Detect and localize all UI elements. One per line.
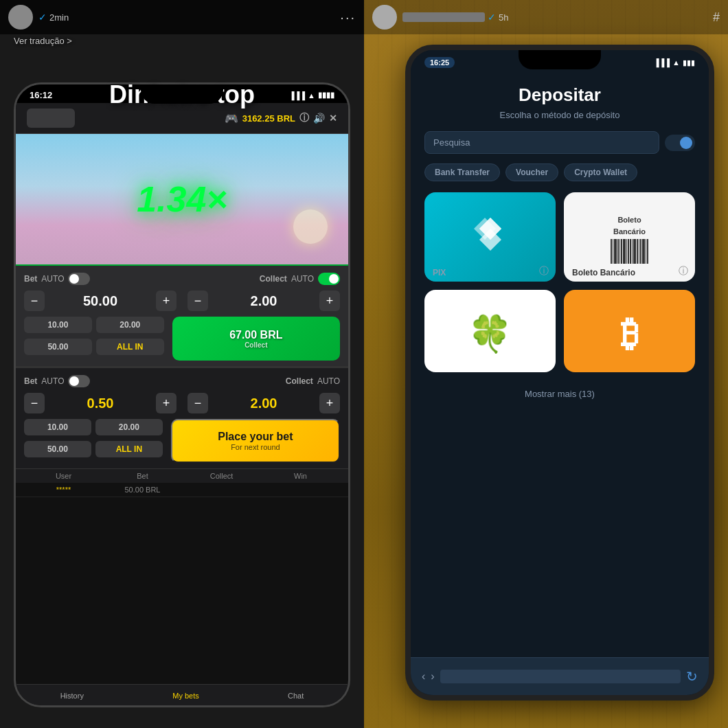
cell-win-1 [261, 486, 340, 494]
bitcoin-icon: ₿ [621, 313, 639, 354]
collect-amount-row-2: − 2.00 + [187, 393, 340, 413]
refresh-icon[interactable]: ↻ [686, 668, 698, 685]
search-toggle[interactable] [665, 135, 695, 151]
left-arrow-icon[interactable]: ‹ [422, 670, 425, 683]
collect-auto-toggle-1: Collect AUTO [260, 273, 340, 285]
left-social-bar: ✓ 2min ··· [0, 0, 364, 34]
right-signal-icon: ▐▐▐ [654, 58, 670, 67]
toggle-knob-1 [69, 274, 79, 284]
right-status-time: 16:25 [424, 57, 455, 68]
collect-button-1[interactable]: 67.00 BRL Collect [172, 317, 340, 361]
left-avatar [8, 5, 33, 30]
place-bet-button[interactable]: Place your bet For next round [171, 419, 340, 463]
b7 [623, 239, 626, 264]
right-verified-icon: ✓ [488, 12, 496, 23]
right-wifi-icon: ▲ [672, 58, 680, 67]
collect-toggle-knob-1 [329, 274, 339, 284]
toggle-knob-2 [69, 376, 79, 386]
right-panel: ✓ 5h # 16:25 ▐▐▐ ▲ ▮▮▮ Depositar Escolha… [364, 0, 728, 728]
bet-minus-btn-1[interactable]: − [24, 291, 45, 311]
bet-plus-btn-2[interactable]: + [156, 393, 177, 413]
left-panel: ✓ 2min ··· Ver tradução > Dinheiro top 1… [0, 0, 364, 728]
all-in-btn-1[interactable]: ALL IN [96, 339, 164, 355]
search-input[interactable]: Pesquisa [424, 131, 659, 154]
bet-label-1: Bet [24, 274, 37, 284]
quick-bet-20-1[interactable]: 20.00 [96, 317, 164, 333]
right-username-blur [402, 12, 485, 22]
more-options-icon[interactable]: ··· [340, 10, 356, 25]
barcode-lines [611, 239, 648, 264]
quick-bet-50-2[interactable]: 50.00 [24, 441, 91, 457]
boleto-visual: Boleto Bancário [611, 216, 648, 264]
auto-toggle-switch-1[interactable] [68, 273, 90, 285]
bet-label-2: Bet [24, 376, 37, 386]
right-arrow-icon[interactable]: › [431, 670, 434, 683]
left-post-time: 2min [49, 12, 69, 23]
bitcoin-card[interactable]: ₿ [564, 290, 695, 372]
payment-grid: PIX ⓘ Boleto Bancário [424, 192, 695, 372]
boleto-info-icon: ⓘ [679, 265, 688, 277]
b11 [632, 239, 633, 264]
collect-plus-btn-2[interactable]: + [319, 393, 340, 413]
chip-crypto-wallet[interactable]: Crypto Wallet [564, 163, 637, 181]
pix-name: PIX [433, 268, 446, 277]
bet-auto-toggle-1: Bet AUTO [24, 273, 90, 285]
chip-bank-transfer[interactable]: Bank Transfer [424, 163, 500, 181]
boleto-logo-text: Boleto [617, 216, 641, 224]
right-post-time: 5h [499, 12, 508, 23]
quick-bets-2: 10.00 20.00 [24, 419, 163, 435]
quick-bets-1: 10.00 20.00 [24, 317, 164, 333]
deposit-subtitle: Escolha o método de depósito [424, 110, 695, 120]
b10 [630, 239, 631, 264]
bet-panel-1: Bet AUTO Collect AUTO − 50.00 [16, 264, 348, 366]
search-row: Pesquisa [424, 131, 695, 154]
bet-header-1: Bet AUTO Collect AUTO [24, 273, 340, 285]
tab-chat[interactable]: Chat [282, 689, 309, 703]
tab-my-bets[interactable]: My bets [167, 689, 205, 703]
collect-toggle-switch-1[interactable] [318, 273, 340, 285]
all-in-btn-2[interactable]: ALL IN [95, 441, 163, 457]
quick-bet-10-2[interactable]: 10.00 [24, 419, 91, 435]
bet-amounts-row-2: − 0.50 + − 2.00 + [24, 393, 340, 419]
chip-voucher[interactable]: Voucher [505, 163, 558, 181]
bet-header-2: Bet AUTO Collect AUTO [24, 375, 340, 387]
quick-bet-50-1[interactable]: 50.00 [24, 339, 92, 355]
quick-bet-10-1[interactable]: 10.00 [24, 317, 92, 333]
collect-minus-btn-2[interactable]: − [187, 393, 208, 413]
game-canvas: 1.34× [16, 134, 348, 264]
quick-bets-1b: 50.00 ALL IN [24, 339, 164, 355]
hash-icon: # [713, 10, 720, 25]
boleto-card[interactable]: Boleto Bancário [564, 192, 695, 282]
tab-history[interactable]: History [55, 689, 89, 703]
b8 [626, 239, 627, 264]
bet-amount-display-2: 0.50 [50, 396, 150, 411]
quick-bets-2b: 50.00 ALL IN [24, 441, 163, 457]
collect-minus-btn-1[interactable]: − [187, 291, 208, 311]
right-avatar [372, 5, 397, 30]
verified-icon: ✓ [38, 12, 47, 23]
col-bet: Bet [103, 472, 182, 480]
collect-amount-display-1: 2.00 [214, 293, 314, 309]
pix-card[interactable]: PIX ⓘ [424, 192, 556, 282]
cell-collect-1 [182, 486, 261, 494]
moon-graphic [293, 209, 328, 244]
b4 [617, 239, 619, 264]
b14 [639, 239, 639, 264]
auto-toggle-switch-2[interactable] [68, 375, 90, 387]
col-collect: Collect [182, 472, 261, 480]
pix-icon [468, 212, 512, 264]
cell-bet-1: 50.00 BRL [103, 486, 182, 494]
b5 [619, 239, 620, 264]
bet-panel-2-bottom: 10.00 20.00 50.00 ALL IN Place your bet … [24, 419, 340, 463]
bet-amounts-row-1: − 50.00 + − 2.00 + [24, 291, 340, 317]
show-more-btn[interactable]: Mostrar mais (13) [424, 383, 695, 405]
quick-bet-20-2[interactable]: 20.00 [95, 419, 163, 435]
bet-panel-2: Bet AUTO Collect AUTO − 0.50 + [16, 367, 348, 468]
translate-label[interactable]: Ver tradução > [0, 36, 364, 47]
b3 [614, 239, 617, 264]
bet-plus-btn-1[interactable]: + [156, 291, 177, 311]
bet-minus-btn-2[interactable]: − [24, 393, 45, 413]
fourleaf-card[interactable]: 🍀 [424, 290, 556, 372]
collect-plus-btn-1[interactable]: + [319, 291, 340, 311]
toggle-knob-right [680, 137, 692, 149]
